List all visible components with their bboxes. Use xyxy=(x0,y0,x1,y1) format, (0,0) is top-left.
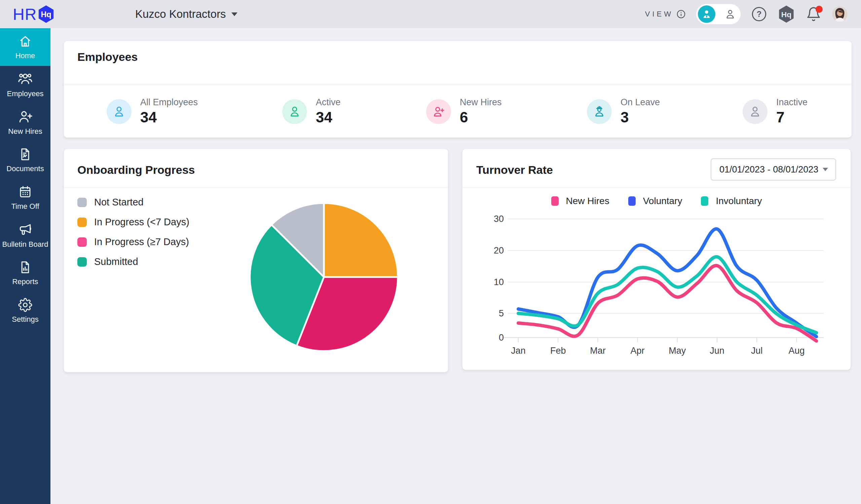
pie-legend: Not Started In Progress (<7 Days) In Pro… xyxy=(77,197,189,267)
stat-value: 34 xyxy=(140,109,198,126)
hq-mark-icon[interactable]: Hq xyxy=(778,5,795,24)
hr-dashboard: HR Hq Kuzco Kontractors VIEW xyxy=(0,0,861,504)
info-icon[interactable] xyxy=(677,10,685,18)
onboarding-card-title: Onboarding Progress xyxy=(77,164,195,177)
sidebar-item-reports[interactable]: Reports xyxy=(0,254,51,292)
stat-inactive: Inactive 7 xyxy=(743,97,807,126)
sidebar-item-employees[interactable]: Employees xyxy=(0,66,51,103)
company-name: Kuzco Kontractors xyxy=(135,8,226,20)
report-icon xyxy=(18,260,32,274)
stat-on-leave: On Leave 3 xyxy=(587,97,660,126)
employees-icon xyxy=(18,72,32,86)
svg-text:30: 30 xyxy=(494,214,504,224)
calendar-icon xyxy=(18,185,32,199)
svg-text:?: ? xyxy=(757,10,762,18)
stat-label: On Leave xyxy=(620,97,660,108)
stat-label: New Hires xyxy=(460,97,502,108)
svg-text:Hq: Hq xyxy=(781,10,792,19)
person-icon xyxy=(282,99,307,124)
turnover-card-title: Turnover Rate xyxy=(476,164,553,177)
view-label: VIEW xyxy=(645,10,673,18)
svg-text:May: May xyxy=(669,346,686,356)
person-add-icon xyxy=(18,109,32,124)
sidebar-item-documents[interactable]: Documents xyxy=(0,141,51,179)
svg-text:0: 0 xyxy=(499,333,504,342)
user-avatar[interactable] xyxy=(832,6,848,22)
stat-label: All Employees xyxy=(140,97,198,108)
legend-swatch xyxy=(77,218,87,227)
top-bar-actions: VIEW xyxy=(645,0,848,28)
stat-all-employees: All Employees 34 xyxy=(107,97,198,126)
admin-view-toggle-button[interactable] xyxy=(698,5,715,23)
date-range-select[interactable]: 01/01/2023 - 08/01/2023 xyxy=(711,158,836,181)
sidebar-item-label: Home xyxy=(15,52,35,60)
legend-label: Involuntary xyxy=(716,196,762,207)
onboarding-pie-chart xyxy=(248,201,400,353)
divider xyxy=(64,84,851,84)
view-mode-group: VIEW xyxy=(645,10,685,18)
sidebar-item-time-off[interactable]: Time Off xyxy=(0,179,51,216)
notifications-bell-icon[interactable] xyxy=(806,6,821,22)
company-selector[interactable]: Kuzco Kontractors xyxy=(135,0,237,28)
legend-swatch xyxy=(77,257,87,267)
svg-text:Apr: Apr xyxy=(631,346,645,356)
hardhat-person-icon xyxy=(587,99,612,124)
person-icon xyxy=(743,99,767,124)
logo-text: HR xyxy=(13,5,37,24)
sidebar-nav: Home Employees New Hires Documents xyxy=(0,28,51,504)
sidebar-item-bulletin-board[interactable]: Bulletin Board xyxy=(0,216,51,254)
legend-label: In Progress (<7 Days) xyxy=(94,216,189,228)
legend-item-in-progress-gte7[interactable]: In Progress (≥7 Days) xyxy=(77,236,189,248)
sidebar-item-label: Settings xyxy=(12,315,39,324)
chevron-down-icon xyxy=(823,168,828,171)
legend-item-involuntary[interactable]: Involuntary xyxy=(701,196,762,207)
gear-icon xyxy=(18,298,32,312)
svg-text:Aug: Aug xyxy=(788,346,805,356)
stat-label: Active xyxy=(316,97,341,108)
app-logo: HR Hq xyxy=(13,0,55,28)
person-add-icon xyxy=(426,99,451,124)
employee-view-toggle-button[interactable] xyxy=(721,5,739,23)
help-icon[interactable]: ? xyxy=(751,6,767,22)
stat-value: 6 xyxy=(460,109,502,126)
stat-label: Inactive xyxy=(776,97,807,108)
stat-value: 3 xyxy=(620,109,660,126)
legend-item-submitted[interactable]: Submitted xyxy=(77,256,189,267)
svg-text:Jun: Jun xyxy=(710,346,724,356)
legend-swatch xyxy=(701,196,708,206)
home-icon xyxy=(18,34,32,48)
date-range-value: 01/01/2023 - 08/01/2023 xyxy=(720,164,818,175)
legend-label: In Progress (≥7 Days) xyxy=(94,236,189,248)
stat-active: Active 34 xyxy=(282,97,341,126)
sidebar-item-new-hires[interactable]: New Hires xyxy=(0,103,51,141)
svg-text:Jul: Jul xyxy=(751,346,763,356)
person-icon xyxy=(107,99,132,124)
sidebar-item-settings[interactable]: Settings xyxy=(0,292,51,330)
employees-card-title: Employees xyxy=(77,51,138,64)
legend-swatch xyxy=(77,198,87,207)
sidebar-item-label: Documents xyxy=(6,164,44,173)
megaphone-icon xyxy=(18,222,32,237)
divider xyxy=(64,187,448,188)
svg-text:5: 5 xyxy=(499,308,504,318)
svg-text:20: 20 xyxy=(494,246,504,255)
sidebar-item-label: Time Off xyxy=(11,202,39,211)
sidebar-item-label: Employees xyxy=(7,89,44,98)
legend-item-not-started[interactable]: Not Started xyxy=(77,197,189,208)
stat-value: 7 xyxy=(776,109,807,126)
sidebar-item-home[interactable]: Home xyxy=(0,28,51,66)
legend-item-voluntary[interactable]: Voluntary xyxy=(628,196,682,207)
turnover-line-chart: 05102030JanFebMarAprMayJunJulAug xyxy=(478,208,848,366)
svg-text:Mar: Mar xyxy=(590,346,606,356)
legend-item-new-hires[interactable]: New Hires xyxy=(551,196,610,207)
view-toggle xyxy=(696,4,741,24)
legend-label: New Hires xyxy=(566,196,610,207)
stat-value: 34 xyxy=(316,109,341,126)
legend-item-in-progress-lt7[interactable]: In Progress (<7 Days) xyxy=(77,216,189,228)
svg-text:Jan: Jan xyxy=(511,346,526,356)
legend-label: Not Started xyxy=(94,197,144,208)
turnover-legend: New Hires Voluntary Involuntary xyxy=(463,196,850,207)
legend-label: Submitted xyxy=(94,256,138,267)
svg-text:Feb: Feb xyxy=(550,346,566,356)
document-icon xyxy=(18,147,32,162)
